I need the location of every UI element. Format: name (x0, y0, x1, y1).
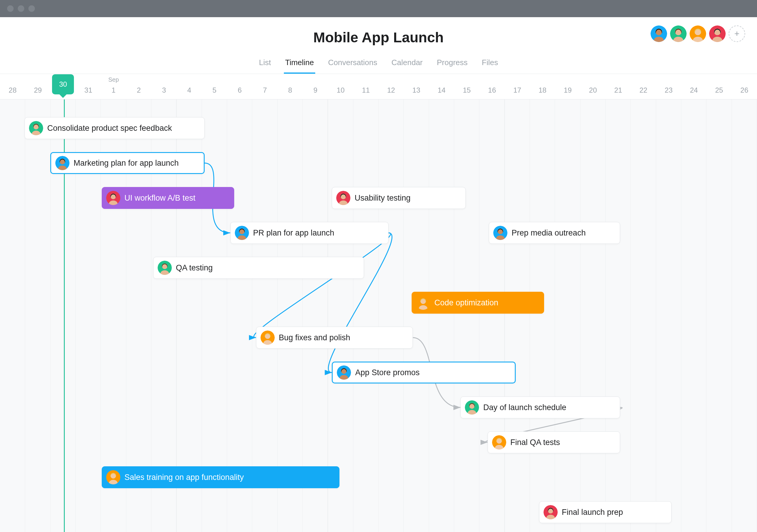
day-number: 10 (337, 86, 345, 94)
task-label: QA testing (176, 263, 213, 272)
date-column: 5 (202, 74, 227, 99)
date-column: 29 (25, 74, 50, 99)
grid-column (479, 99, 504, 532)
task-bar[interactable]: Bug fixes and polish (256, 327, 413, 349)
grid-column (0, 99, 25, 532)
task-bar[interactable]: UI workflow A/B test (102, 187, 234, 209)
date-header: 28293031Sep12345678910111213141516171819… (0, 74, 757, 99)
day-number: 15 (463, 86, 471, 94)
task-assignee-avatar (416, 296, 430, 310)
date-column: 28 (0, 74, 25, 99)
task-bar[interactable]: PR plan for app launch (230, 222, 388, 244)
date-column: 21 (606, 74, 631, 99)
date-column: 23 (656, 74, 681, 99)
grid-column (378, 99, 404, 532)
date-column: Sep1 (101, 74, 126, 99)
task-bar[interactable]: Code optimization (411, 292, 544, 314)
day-number: 17 (513, 86, 521, 94)
day-number: 28 (9, 86, 16, 94)
date-column: 19 (555, 74, 580, 99)
task-bar[interactable]: Final launch prep (539, 501, 672, 523)
date-column: 15 (454, 74, 479, 99)
day-number: 29 (34, 86, 42, 94)
member-avatar[interactable] (651, 25, 667, 42)
task-assignee-avatar (158, 261, 172, 275)
page-title: Mobile App Launch (314, 29, 444, 46)
day-number: 2 (137, 86, 141, 94)
date-column: 26 (732, 74, 757, 99)
tab-progress[interactable]: Progress (436, 55, 469, 74)
day-number: 22 (640, 86, 648, 94)
grid-column (353, 99, 378, 532)
date-column: 12 (378, 74, 404, 99)
window-min-dot[interactable] (18, 5, 24, 12)
project-members: + (651, 25, 745, 42)
plus-icon: + (734, 29, 740, 39)
day-number: 4 (187, 86, 191, 94)
task-assignee-avatar (336, 191, 350, 205)
task-label: Final QA tests (510, 438, 560, 447)
day-number: 16 (488, 86, 496, 94)
grid-column (555, 99, 580, 532)
date-column: 31 (76, 74, 101, 99)
day-number: 24 (690, 86, 698, 94)
day-number: 21 (614, 86, 622, 94)
date-column: 2 (126, 74, 151, 99)
project-header: Mobile App Launch + ListTimelineConversa… (0, 17, 757, 74)
task-assignee-avatar (235, 226, 249, 240)
task-label: Sales training on app functionality (125, 473, 244, 482)
date-column: 24 (681, 74, 707, 99)
grid-column (707, 99, 732, 532)
task-bar[interactable]: Prep media outreach (489, 222, 620, 244)
tab-list[interactable]: List (258, 55, 272, 74)
grid-column (606, 99, 631, 532)
day-number: 8 (288, 86, 292, 94)
day-number: 5 (213, 86, 217, 94)
grid-column (530, 99, 555, 532)
add-member-button[interactable]: + (729, 25, 745, 42)
task-label: Usability testing (354, 194, 410, 203)
task-bar[interactable]: App Store promos (332, 361, 516, 384)
task-label: Final launch prep (562, 508, 623, 517)
date-column: 14 (429, 74, 454, 99)
task-bar[interactable]: Final QA tests (488, 431, 620, 453)
task-label: UI workflow A/B test (125, 194, 196, 203)
timeline-body[interactable]: Consolidate product spec feedbackMarketi… (0, 99, 757, 532)
project-tabs: ListTimelineConversationsCalendarProgres… (0, 55, 757, 74)
grid-column (732, 99, 757, 532)
date-column: 6 (227, 74, 252, 99)
window-chrome (0, 0, 757, 17)
task-bar[interactable]: Usability testing (332, 187, 466, 209)
task-assignee-avatar (543, 505, 558, 519)
day-number: 3 (162, 86, 166, 94)
task-assignee-avatar (260, 330, 275, 345)
task-assignee-avatar (337, 365, 351, 380)
member-avatar[interactable] (690, 25, 706, 42)
tab-timeline[interactable]: Timeline (284, 55, 315, 74)
grid-column (429, 99, 454, 532)
task-bar[interactable]: Consolidate product spec feedback (24, 117, 205, 139)
grid-column (581, 99, 606, 532)
task-bar[interactable]: Day of launch schedule (460, 396, 620, 419)
task-label: App Store promos (355, 368, 420, 377)
day-number: 7 (263, 86, 267, 94)
tab-conversations[interactable]: Conversations (327, 55, 378, 74)
day-number: 31 (84, 86, 92, 94)
date-column: 11 (353, 74, 378, 99)
day-number: 19 (564, 86, 572, 94)
task-label: Prep media outreach (512, 229, 586, 237)
tab-calendar[interactable]: Calendar (390, 55, 424, 74)
task-bar[interactable]: Sales training on app functionality (102, 466, 340, 488)
task-bar[interactable]: QA testing (153, 257, 364, 279)
member-avatar[interactable] (670, 25, 687, 42)
window-max-dot[interactable] (28, 5, 35, 12)
date-column: 16 (479, 74, 504, 99)
tab-files[interactable]: Files (480, 55, 499, 74)
window-close-dot[interactable] (7, 5, 14, 12)
grid-column (681, 99, 707, 532)
member-avatar[interactable] (709, 25, 726, 42)
day-number: 23 (665, 86, 673, 94)
task-bar[interactable]: Marketing plan for app launch (50, 152, 205, 174)
task-label: Marketing plan for app launch (74, 159, 179, 168)
task-label: Code optimization (435, 298, 498, 307)
